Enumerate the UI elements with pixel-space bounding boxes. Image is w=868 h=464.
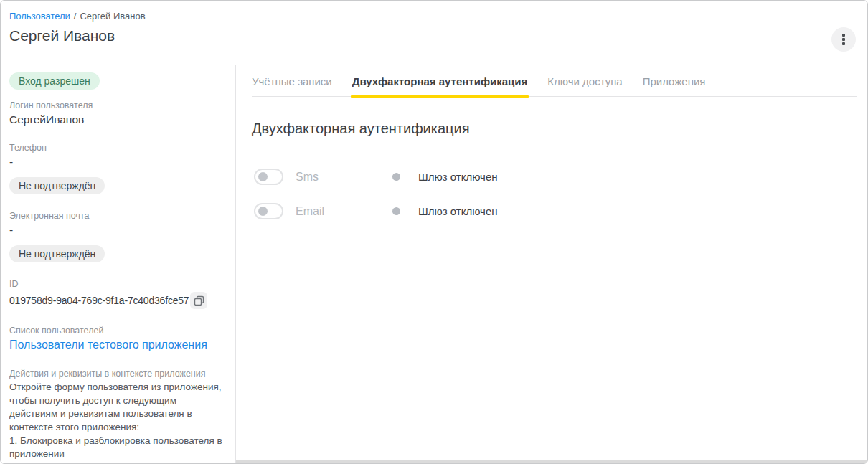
user-info-sidebar: Вход разрешен Логин пользователя СергейИ… — [1, 65, 236, 464]
method-label: Sms — [296, 171, 392, 184]
tab-applications[interactable]: Приложения — [643, 75, 706, 96]
tab-access-keys[interactable]: Ключи доступа — [547, 75, 622, 96]
login-allowed-badge: Вход разрешен — [9, 72, 100, 90]
note-item: 1. Блокировка и разблокировка пользовате… — [9, 435, 227, 461]
page-header: Пользователи/Сергей Иванов Сергей Иванов — [1, 1, 867, 65]
field-value: - — [9, 156, 227, 169]
field-email: Электронная почта - Не подтверждён — [9, 211, 227, 262]
field-user-list: Список пользователей Пользователи тестов… — [9, 326, 227, 351]
tab-accounts[interactable]: Учётные записи — [252, 75, 332, 96]
sms-toggle[interactable] — [254, 169, 283, 185]
tab-bar: Учётные записи Двухфакторная аутентифика… — [252, 65, 857, 97]
section-heading: Двухфакторная аутентификация — [252, 120, 857, 137]
gateway-status: Шлюз отключен — [418, 205, 498, 217]
breadcrumb: Пользователи/Сергей Иванов — [9, 11, 856, 22]
kebab-menu-icon — [842, 34, 845, 37]
user-detail-page: Пользователи/Сергей Иванов Сергей Иванов… — [0, 0, 868, 464]
two-factor-methods: Sms Шлюз отключен Email Шлюз отключен — [252, 169, 857, 219]
breadcrumb-current: Сергей Иванов — [80, 11, 145, 22]
body: Вход разрешен Логин пользователя СергейИ… — [1, 65, 867, 464]
field-login: Логин пользователя СергейИванов — [9, 100, 227, 126]
phone-unconfirmed-badge: Не подтверждён — [9, 177, 105, 194]
email-toggle[interactable] — [254, 203, 283, 219]
status-dot-icon — [392, 173, 400, 181]
status-dot-icon — [392, 207, 400, 215]
context-note-text: Откройте форму пользователя из приложени… — [9, 381, 227, 464]
toggle-knob-icon — [258, 172, 268, 181]
toggle-knob-icon — [258, 207, 268, 216]
gateway-status: Шлюз отключен — [418, 171, 498, 183]
note-intro: Откройте форму пользователя из приложени… — [9, 381, 227, 435]
main-content: Учётные записи Двухфакторная аутентифика… — [236, 65, 867, 464]
field-label: Список пользователей — [9, 326, 227, 336]
page-title: Сергей Иванов — [9, 27, 856, 44]
field-phone: Телефон - Не подтверждён — [9, 143, 227, 194]
field-label: ID — [9, 279, 227, 289]
field-label: Логин пользователя — [9, 100, 227, 110]
email-unconfirmed-badge: Не подтверждён — [9, 245, 105, 262]
breadcrumb-users-link[interactable]: Пользователи — [9, 11, 70, 22]
field-id: ID 019758d9-9a04-769c-9f1a-7c40d36fce57 — [9, 279, 227, 309]
context-note-label: Действия и реквизиты в контексте приложе… — [9, 369, 227, 379]
method-row-email: Email Шлюз отключен — [252, 203, 857, 219]
field-label: Телефон — [9, 143, 227, 153]
copy-icon — [194, 295, 204, 306]
user-list-link[interactable]: Пользователи тестового приложения — [9, 338, 207, 351]
field-value: - — [9, 224, 227, 237]
copy-id-button[interactable] — [190, 292, 207, 309]
tab-two-factor-auth[interactable]: Двухфакторная аутентификация — [352, 75, 528, 96]
breadcrumb-separator: / — [74, 11, 77, 22]
field-value: СергейИванов — [9, 113, 227, 126]
more-actions-button[interactable] — [831, 27, 856, 52]
method-row-sms: Sms Шлюз отключен — [252, 169, 857, 185]
note-item: 2. Доступность HTTP-сервисов приложения — [9, 461, 227, 464]
method-label: Email — [296, 205, 392, 218]
user-id-value: 019758d9-9a04-769c-9f1a-7c40d36fce57 — [9, 295, 189, 306]
field-label: Электронная почта — [9, 211, 227, 221]
